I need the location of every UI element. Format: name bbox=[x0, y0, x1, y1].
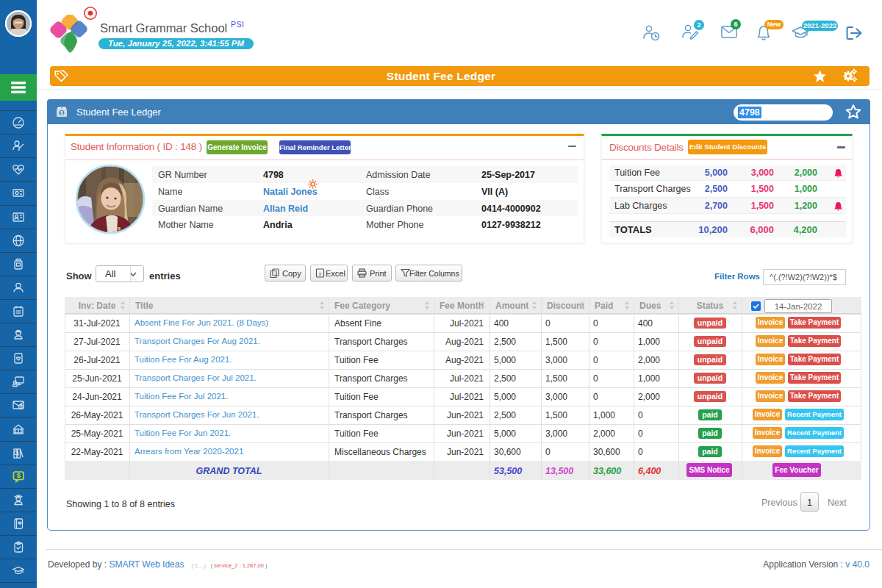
svg-text:$: $ bbox=[20, 404, 23, 410]
svg-text:x: x bbox=[319, 271, 322, 276]
svg-text:$: $ bbox=[60, 110, 63, 116]
svg-text:$: $ bbox=[17, 471, 21, 479]
